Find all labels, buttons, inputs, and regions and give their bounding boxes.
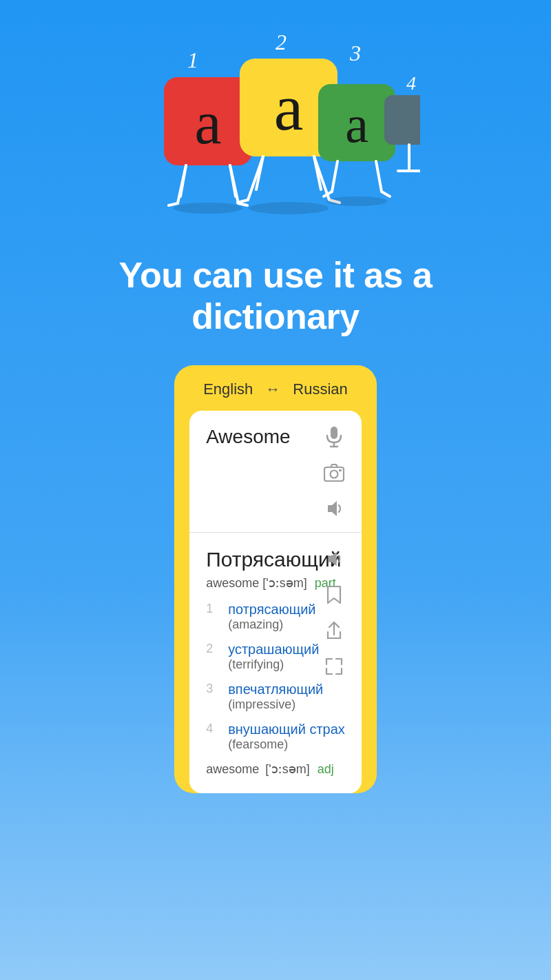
result-speaker-icon[interactable] (323, 548, 345, 570)
svg-marker-39 (328, 551, 336, 565)
svg-text:4: 4 (406, 72, 416, 94)
svg-point-31 (326, 196, 387, 206)
headline-line2: dictionary (191, 296, 360, 336)
speaker-icon[interactable] (323, 498, 345, 520)
svg-point-29 (174, 203, 242, 214)
bookmark-icon[interactable] (323, 584, 345, 606)
headline-line1: You can use it as a (119, 255, 433, 295)
translation-item-3: 3 впечатляющий (impressive) (206, 682, 345, 712)
svg-line-15 (248, 156, 263, 200)
hero-section: 1 2 3 4 a a (0, 0, 551, 793)
language-from[interactable]: English (203, 380, 253, 398)
translation-item-4: 4 внушающий страх (fearsome) (206, 722, 345, 752)
input-word[interactable]: Awesome (206, 426, 290, 448)
svg-line-24 (376, 161, 382, 192)
phonetic-text: ['ɔːsəm] (262, 576, 306, 590)
illustration: 1 2 3 4 a a (131, 21, 420, 234)
svg-text:a: a (274, 70, 304, 144)
svg-line-18 (238, 200, 248, 203)
svg-text:2: 2 (276, 30, 287, 54)
dict-card: Awesome (189, 411, 362, 793)
svg-line-22 (332, 161, 337, 192)
share-icon[interactable] (323, 620, 345, 642)
svg-point-30 (249, 202, 329, 214)
result-base-word: awesome (206, 576, 262, 590)
bottom-phonetic-text: ['ɔːsəm] (265, 762, 309, 776)
mic-icon[interactable] (323, 426, 345, 448)
svg-line-7 (178, 165, 186, 203)
svg-text:a: a (194, 90, 221, 156)
svg-rect-32 (331, 427, 337, 439)
svg-line-10 (169, 203, 178, 205)
svg-point-36 (330, 470, 337, 478)
bottom-phonetic: awesome ['ɔːsəm] adj (206, 762, 345, 777)
svg-rect-26 (384, 95, 420, 145)
language-arrow: ↔ (265, 380, 280, 398)
camera-icon[interactable] (323, 462, 345, 484)
svg-line-11 (238, 203, 247, 205)
result-section: Потрясающий (189, 533, 362, 793)
headline: You can use it as a dictionary (78, 241, 474, 365)
input-section: Awesome (189, 411, 362, 533)
svg-text:a: a (345, 95, 368, 153)
svg-text:3: 3 (349, 41, 361, 65)
language-to[interactable]: Russian (293, 380, 347, 398)
dictionary-card-wrapper: English ↔ Russian Awesome (174, 365, 377, 793)
svg-rect-37 (339, 469, 342, 471)
svg-text:1: 1 (187, 48, 198, 72)
svg-marker-38 (328, 501, 337, 516)
svg-line-25 (382, 192, 390, 196)
bottom-part-of-speech: adj (318, 762, 334, 776)
svg-line-9 (230, 165, 238, 203)
expand-icon[interactable] (323, 655, 345, 677)
result-side-icons (323, 548, 345, 677)
input-icons (323, 426, 345, 520)
language-bar: English ↔ Russian (189, 380, 362, 411)
bottom-word: awesome (206, 762, 259, 776)
